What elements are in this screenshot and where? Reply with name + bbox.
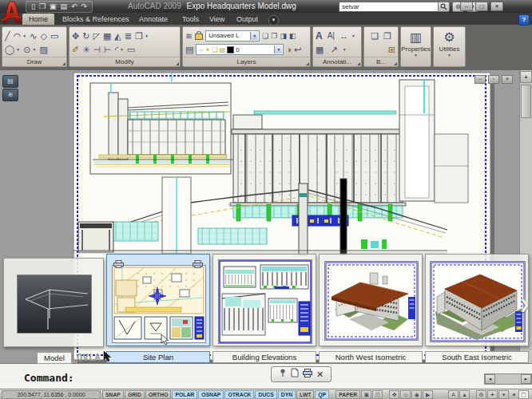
quickview-label-site-plan[interactable]: Site Plan <box>106 351 210 363</box>
polyline-icon[interactable]: ∿ <box>30 30 37 41</box>
quickview-label-model[interactable]: Model <box>37 352 72 364</box>
save-button[interactable]: ▣ <box>50 2 57 11</box>
layer-isolate-icon[interactable]: ❏ <box>262 30 268 41</box>
dashboard-tool-icon[interactable]: ▤ <box>2 75 18 88</box>
plot-layout-icon[interactable] <box>113 257 124 271</box>
block-launcher-icon[interactable] <box>394 62 397 65</box>
dimension-dropdown-icon[interactable]: ▼ <box>351 34 355 38</box>
annotation-visibility-icon[interactable]: A <box>448 390 459 399</box>
clean-screen-icon[interactable]: ▢ <box>518 390 529 399</box>
tab-annotate[interactable]: Annotate <box>133 14 174 25</box>
circle-icon[interactable]: ◯ <box>5 44 14 55</box>
publish-layout-icon[interactable] <box>193 257 203 271</box>
paper-space-button[interactable]: PAPER <box>335 390 360 399</box>
scroll-right-icon[interactable]: ► <box>521 374 531 384</box>
toggle-ortho[interactable]: ORTHO <box>145 390 172 399</box>
ellipse-icon[interactable]: ⊙ <box>23 44 30 55</box>
status-menu-arrow-icon[interactable]: ▾ <box>498 390 509 399</box>
workspace-switch-icon[interactable]: ⚙ <box>476 390 486 399</box>
tab-output[interactable]: Output <box>230 14 264 25</box>
layer-properties-icon[interactable]: ≋ <box>185 30 193 41</box>
undo-button[interactable]: ↶ <box>71 2 77 11</box>
layer-previous-icon[interactable]: ↩ <box>294 44 301 55</box>
redo-button[interactable]: ↷ <box>81 2 88 11</box>
command-window[interactable]: Command: <box>0 363 532 389</box>
next-layout-arrow-icon[interactable]: ❯ <box>519 297 530 312</box>
coordinates-readout[interactable]: 200.5477, 11.6356 , 0.0000 <box>2 390 101 399</box>
layers-launcher-icon[interactable] <box>306 62 309 65</box>
close-quickview-icon[interactable]: ✕ <box>316 369 324 380</box>
plot-button[interactable]: ▤ <box>61 2 68 11</box>
help-icon[interactable]: ? <box>518 14 530 26</box>
toggle-dyn[interactable]: DYN <box>278 390 296 399</box>
offset-icon[interactable]: ≣ <box>125 30 132 41</box>
erase-icon[interactable]: ✐ <box>72 44 79 55</box>
multileader-icon[interactable]: ↗ <box>330 44 337 55</box>
ribbon-minimize-button[interactable]: ▼ <box>268 15 279 26</box>
infocenter-search-input[interactable] <box>339 2 439 12</box>
toggle-polar[interactable]: POLAR <box>172 390 197 399</box>
search-icon[interactable] <box>438 2 450 12</box>
layer-off-icon[interactable]: ◧ <box>289 30 296 41</box>
properties-button[interactable]: ▥ Properties ▼ <box>401 30 431 57</box>
quickview-card-model[interactable] <box>3 258 104 347</box>
tab-tools[interactable]: Tools <box>176 14 205 25</box>
toggle-lwt[interactable]: LWT <box>296 390 314 399</box>
quickview-card-south-east-isometric[interactable] <box>425 254 529 346</box>
create-block-icon[interactable]: ❐ <box>383 30 391 41</box>
publish-icon[interactable] <box>303 369 312 381</box>
leader-dropdown-icon[interactable]: ▼ <box>343 47 347 52</box>
new-file-button[interactable]: ▯ <box>31 2 35 11</box>
drawing-minimize-button[interactable]: ─ <box>474 75 486 84</box>
fillet-dropdown-icon[interactable]: ▼ <box>120 47 124 52</box>
drawing-close-button[interactable]: ✕ <box>502 75 513 84</box>
line-icon[interactable]: ╱ <box>5 30 10 41</box>
showmotion-icon[interactable]: ▶ <box>423 390 433 399</box>
layer-plot-icon[interactable]: ▤ <box>185 44 193 55</box>
layer-on-bulb-icon[interactable]: ○ <box>199 46 203 53</box>
insert-block-icon[interactable]: ❏ <box>371 30 379 41</box>
layer-unlock-icon[interactable]: ❏ <box>212 46 217 53</box>
array-icon[interactable]: ▦ <box>103 30 111 41</box>
tab-view[interactable]: View <box>203 14 231 25</box>
toggle-otrack[interactable]: OTRACK <box>224 390 254 399</box>
tab-blocks-references[interactable]: Blocks & References <box>56 14 136 25</box>
scrollbar-thumb[interactable] <box>521 85 531 118</box>
command-prompt[interactable]: Command: <box>24 372 74 384</box>
rectangle-icon[interactable]: ▭ <box>50 30 58 41</box>
extend-icon[interactable]: ⊢ <box>104 44 112 55</box>
drawing-restore-button[interactable]: ▫ <box>488 75 499 84</box>
scroll-up-icon[interactable]: ▲ <box>520 71 532 83</box>
toggle-grid[interactable]: GRID <box>125 390 145 399</box>
quickview-label-building-elevations[interactable]: Building Elevations <box>212 351 316 363</box>
tab-home[interactable]: Home <box>22 14 54 25</box>
arc-dropdown-icon[interactable]: ▼ <box>22 34 26 38</box>
quickview-layouts-icon[interactable]: ▣ <box>361 390 371 399</box>
copy-dropdown-icon[interactable]: ▼ <box>145 34 149 38</box>
toggle-ducs[interactable]: DUCS <box>255 390 276 399</box>
open-file-button[interactable]: ❒ <box>39 2 46 11</box>
layer-freeze-icon[interactable]: ◨ <box>280 30 287 41</box>
pan-icon[interactable]: ✥ <box>389 390 399 399</box>
horizontal-scrollbar[interactable]: ◄ ► <box>484 373 532 385</box>
new-layout-icon[interactable] <box>291 368 299 381</box>
zoom-icon[interactable]: ◎ <box>400 390 411 399</box>
close-button[interactable]: ✕ <box>490 2 503 11</box>
layer-plot-state-icon[interactable]: ▤ <box>220 46 226 53</box>
fillet-icon[interactable]: ◜ <box>115 44 118 55</box>
mirror-icon[interactable]: ◭ <box>114 30 121 41</box>
draw-launcher-icon[interactable] <box>62 62 66 65</box>
chevron-down-icon[interactable]: ▼ <box>274 45 282 53</box>
layer-combo[interactable]: ○ ☀ ❏ ▤ 0 ▼ <box>196 44 284 55</box>
layer-unisolate-icon[interactable]: ❐ <box>271 30 277 41</box>
scroll-left-icon[interactable]: ◄ <box>485 374 495 384</box>
arc-icon[interactable]: ◠ <box>14 30 22 41</box>
palette-tool-icon[interactable]: ≋ <box>2 89 18 101</box>
polygon-icon[interactable]: ◇ <box>40 30 46 41</box>
join-icon[interactable]: ▭ <box>127 44 135 55</box>
annotation-autoscale-icon[interactable]: ▲ <box>459 390 470 399</box>
table-icon[interactable]: ▦ <box>316 44 324 55</box>
layer-color-swatch[interactable] <box>227 46 234 53</box>
layer-state-combo[interactable]: Unsaved L ▼ <box>205 30 260 41</box>
toggle-osnap[interactable]: OSNAP <box>198 390 224 399</box>
